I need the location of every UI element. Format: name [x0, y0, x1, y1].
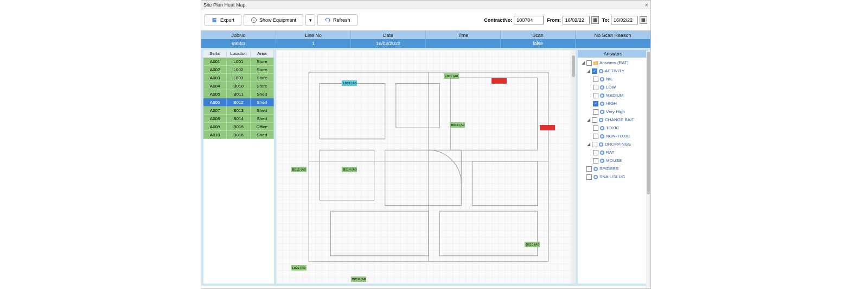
tree-checkbox[interactable]: [593, 158, 598, 164]
table-row[interactable]: A002L002Store: [203, 66, 274, 74]
tree-node[interactable]: ◢CHANGE BAIT: [579, 116, 647, 124]
tree-node[interactable]: MOUSE: [579, 156, 647, 165]
plan-marker[interactable]: B013 (A0: [450, 122, 465, 128]
show-equipment-button[interactable]: Show Equipment: [244, 14, 303, 26]
plan-marker[interactable]: L003 (A0: [342, 80, 357, 86]
plan-marker[interactable]: B011 (A0: [291, 167, 307, 172]
tree-checkbox[interactable]: [586, 166, 592, 172]
tree-label[interactable]: RAT: [606, 150, 614, 155]
tree-toggle-icon[interactable]: ◢: [581, 60, 585, 65]
col-scan[interactable]: Scan: [501, 31, 576, 39]
tree-node[interactable]: MEDIUM: [579, 91, 647, 99]
plan-marker[interactable]: [492, 78, 507, 84]
cell-serial: A001: [203, 58, 227, 66]
table-row[interactable]: A004B010Store: [203, 82, 274, 90]
plan-marker[interactable]: [540, 125, 555, 130]
tree-label[interactable]: HIGH: [606, 101, 617, 106]
globe-icon: [599, 150, 605, 155]
tree-label[interactable]: DROPPINGS: [605, 142, 631, 147]
show-equipment-dropdown[interactable]: ▾: [305, 14, 315, 26]
tree-label[interactable]: LOW: [606, 85, 616, 90]
tree-node[interactable]: ◢DROPPINGS: [579, 140, 647, 148]
col-location[interactable]: Location: [227, 50, 250, 58]
plan-marker[interactable]: B016 (A0: [525, 242, 540, 247]
col-time[interactable]: Time: [426, 31, 501, 39]
tree-label[interactable]: Answers (RAT): [599, 60, 629, 65]
contract-input[interactable]: [514, 16, 544, 24]
export-button[interactable]: Export: [205, 14, 241, 26]
from-calendar-icon[interactable]: ▦: [591, 16, 599, 24]
tree-checkbox[interactable]: [593, 93, 598, 98]
plan-scrollbar[interactable]: [571, 50, 576, 284]
tree-checkbox[interactable]: [592, 117, 597, 123]
grid-row[interactable]: 69583 1 16/02/2022 false: [201, 40, 650, 48]
table-row[interactable]: A009B015Office: [203, 123, 274, 131]
tree-checkbox[interactable]: [586, 60, 592, 66]
tree-node[interactable]: ◢✓ACTIVITY: [579, 67, 647, 75]
tree-checkbox[interactable]: [593, 77, 598, 82]
table-row[interactable]: A007B013Shed: [203, 106, 274, 115]
to-calendar-icon[interactable]: ▦: [640, 16, 647, 24]
cell-scan: false: [501, 40, 576, 48]
tree-toggle-icon[interactable]: ◢: [586, 142, 591, 147]
tree-checkbox[interactable]: [593, 109, 598, 115]
tree-node[interactable]: NON-TOXIC: [579, 132, 647, 140]
plan-marker[interactable]: B014 (A0: [342, 167, 357, 172]
col-area[interactable]: Area: [251, 50, 274, 58]
plan-marker[interactable]: B010 (A0: [351, 277, 366, 282]
tree-node[interactable]: RAT: [579, 148, 647, 156]
tree-label[interactable]: Very High: [606, 109, 625, 114]
tree-node[interactable]: SPIDERS: [579, 165, 647, 173]
to-date-input[interactable]: [611, 16, 638, 24]
tree-node[interactable]: Very High: [579, 108, 647, 116]
table-row[interactable]: A005B011Shed: [203, 90, 274, 98]
col-jobno[interactable]: JobNo: [201, 31, 276, 39]
tree-node[interactable]: ◢Answers (RAT): [579, 59, 647, 67]
tree-checkbox[interactable]: [586, 174, 592, 180]
col-serial[interactable]: Serial: [203, 50, 227, 58]
table-row[interactable]: A008B014Shed: [203, 115, 274, 123]
svg-point-40: [601, 160, 603, 162]
tree-label[interactable]: NIL: [606, 77, 612, 81]
tree-checkbox[interactable]: [593, 134, 598, 139]
answers-title: Answers: [578, 50, 648, 58]
tree-toggle-icon[interactable]: ◢: [586, 68, 591, 73]
tree-label[interactable]: CHANGE BAIT: [605, 117, 634, 122]
tree-label[interactable]: SPIDERS: [599, 166, 618, 171]
svg-rect-0: [213, 18, 217, 22]
col-noscan[interactable]: No Scan Reason: [576, 31, 650, 39]
table-row[interactable]: A010B016Shed: [203, 131, 274, 139]
tree-checkbox[interactable]: ✓: [593, 101, 598, 106]
tree-label[interactable]: TOXIC: [606, 125, 619, 130]
table-row[interactable]: A006B012Shed: [203, 98, 274, 106]
tree-checkbox[interactable]: [593, 150, 598, 155]
tree-node[interactable]: ✓HIGH: [579, 99, 647, 108]
close-icon[interactable]: ×: [645, 2, 648, 8]
table-row[interactable]: A001L001Store: [203, 58, 274, 66]
tree-checkbox[interactable]: ✓: [592, 68, 597, 74]
tree-label[interactable]: SNAIL/SLUG: [599, 174, 625, 179]
tree-toggle-icon[interactable]: ◢: [586, 117, 591, 122]
plan-view[interactable]: L001 (A0L003 (A0B013 (A0B011 (A0B014 (A0…: [276, 50, 576, 284]
plan-marker[interactable]: L002 (A0: [291, 265, 307, 271]
tree-node[interactable]: SNAIL/SLUG: [579, 173, 647, 181]
to-label: To:: [602, 17, 609, 23]
col-date[interactable]: Date: [351, 31, 426, 39]
table-row[interactable]: A003L003Store: [203, 74, 274, 82]
tree-label[interactable]: NON-TOXIC: [606, 134, 630, 139]
tree-label[interactable]: MOUSE: [606, 158, 622, 163]
tree-node[interactable]: TOXIC: [579, 124, 647, 132]
refresh-button[interactable]: Refresh: [317, 14, 358, 26]
tree-checkbox[interactable]: [593, 85, 598, 90]
tree-node[interactable]: LOW: [579, 83, 647, 91]
from-date-input[interactable]: [563, 16, 590, 24]
col-lineno[interactable]: Line No: [276, 31, 351, 39]
plan-marker[interactable]: L001 (A0: [444, 73, 459, 79]
tree-checkbox[interactable]: [593, 125, 598, 131]
tree-label[interactable]: MEDIUM: [606, 93, 623, 98]
globe-icon: [599, 158, 605, 164]
window-scrollbar[interactable]: [646, 51, 650, 288]
tree-label[interactable]: ACTIVITY: [605, 68, 624, 73]
tree-checkbox[interactable]: [592, 142, 597, 147]
tree-node[interactable]: NIL: [579, 75, 647, 83]
